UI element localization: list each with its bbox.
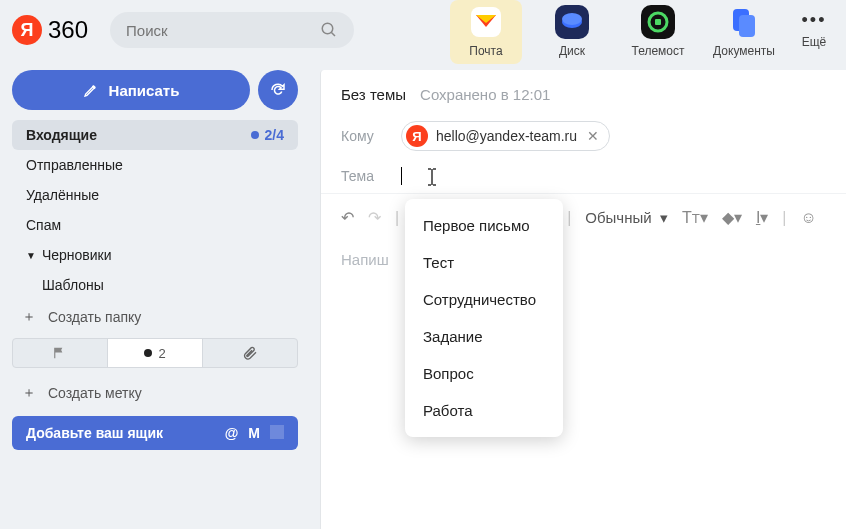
to-row[interactable]: Кому Я hello@yandex-team.ru ✕ <box>321 113 846 159</box>
gmail-icon: M <box>248 425 260 441</box>
pencil-icon <box>83 82 99 98</box>
svg-rect-10 <box>655 19 661 25</box>
format-toolbar: ↶ ↷ | | Обычный ▾ TT▾ ◆▾ I▾ | ☺ <box>321 193 846 233</box>
folder-label: Отправленные <box>26 157 123 173</box>
filter-unread[interactable]: 2 <box>108 339 203 367</box>
more-label: Ещё <box>802 35 827 49</box>
text-cursor-icon <box>425 167 439 187</box>
subject-header: Без темы Сохранено в 12:01 <box>321 70 846 113</box>
remove-recipient[interactable]: ✕ <box>587 128 599 144</box>
app-telemost[interactable]: Телемост <box>622 0 694 64</box>
create-folder-label: Создать папку <box>48 309 141 325</box>
add-mailbox-label: Добавьте ваш ящик <box>26 425 163 441</box>
avatar-icon: Я <box>406 125 428 147</box>
suggestion-item[interactable]: Тест <box>405 244 563 281</box>
text-color-button[interactable]: ◆▾ <box>722 208 742 227</box>
theme-label: Тема <box>341 168 387 184</box>
logo-icon: Я <box>12 15 42 45</box>
redo-button[interactable]: ↷ <box>368 208 381 227</box>
suggestion-item[interactable]: Вопрос <box>405 355 563 392</box>
documents-icon <box>726 4 762 40</box>
app-label: Диск <box>559 44 585 58</box>
create-label-text: Создать метку <box>48 385 142 401</box>
sidebar: Написать Входящие 2/4 Отправленные Удалё… <box>12 70 298 450</box>
mail-icon <box>468 4 504 40</box>
search-input[interactable] <box>126 22 320 39</box>
svg-rect-12 <box>739 15 755 37</box>
subject-suggestions: Первое письмо Тест Сотрудничество Задани… <box>405 199 563 437</box>
refresh-button[interactable] <box>258 70 298 110</box>
create-folder[interactable]: ＋ Создать папку <box>12 300 298 334</box>
chevron-down-icon: ▼ <box>26 250 36 261</box>
create-label[interactable]: ＋ Создать метку <box>12 376 298 410</box>
suggestion-item[interactable]: Работа <box>405 392 563 429</box>
plus-icon: ＋ <box>22 384 36 402</box>
compose-button[interactable]: Написать <box>12 70 250 110</box>
recipient-chip[interactable]: Я hello@yandex-team.ru ✕ <box>401 121 610 151</box>
svg-point-0 <box>322 23 333 34</box>
app-switcher: Почта Диск Телемост Документы ••• Ещё <box>450 0 834 64</box>
logo-text: 360 <box>48 16 88 44</box>
folder-label: Шаблоны <box>42 277 104 293</box>
folder-label: Удалённые <box>26 187 99 203</box>
folder-spam[interactable]: Спам <box>12 210 298 240</box>
undo-button[interactable]: ↶ <box>341 208 354 227</box>
folder-inbox[interactable]: Входящие 2/4 <box>12 120 298 150</box>
search-icon[interactable] <box>320 21 338 39</box>
subject-input[interactable] <box>416 168 616 185</box>
app-mail[interactable]: Почта <box>450 0 522 64</box>
saved-text: Сохранено в 12:01 <box>420 86 550 103</box>
suggestion-item[interactable]: Сотрудничество <box>405 281 563 318</box>
folder-label: Входящие <box>26 127 97 143</box>
filter-bar: 2 <box>12 338 298 368</box>
folder-drafts[interactable]: ▼ Черновики <box>12 240 298 270</box>
highlight-button[interactable]: I▾ <box>756 208 768 227</box>
at-icon: @ <box>225 425 239 441</box>
paperclip-icon <box>242 345 258 361</box>
emoji-button[interactable]: ☺ <box>801 209 817 227</box>
app-disk[interactable]: Диск <box>536 0 608 64</box>
theme-row[interactable]: Тема Первое письмо Тест Сотрудничество З… <box>321 159 846 193</box>
recipient-email: hello@yandex-team.ru <box>436 128 577 144</box>
add-mailbox[interactable]: Добавьте ваш ящик @ M <box>12 416 298 450</box>
compose-pane: Без темы Сохранено в 12:01 Кому Я hello@… <box>320 70 846 529</box>
filter-count: 2 <box>158 346 165 361</box>
svg-point-7 <box>562 13 582 25</box>
flag-icon <box>53 346 67 360</box>
app-label: Телемост <box>631 44 684 58</box>
dot-icon <box>144 349 152 357</box>
folder-label: Спам <box>26 217 61 233</box>
disk-icon <box>554 4 590 40</box>
svg-line-1 <box>331 32 335 36</box>
outlook-icon <box>270 425 284 439</box>
app-label: Документы <box>713 44 775 58</box>
logo[interactable]: Я 360 <box>12 15 88 45</box>
no-subject-text: Без темы <box>341 86 406 103</box>
compose-label: Написать <box>109 82 180 99</box>
folder-sent[interactable]: Отправленные <box>12 150 298 180</box>
body-placeholder[interactable]: Напиш <box>321 233 846 286</box>
folder-label: Черновики <box>42 247 112 263</box>
more-icon: ••• <box>802 10 827 31</box>
to-label: Кому <box>341 128 387 144</box>
telemost-icon <box>640 4 676 40</box>
app-documents[interactable]: Документы <box>708 0 780 64</box>
font-size-button[interactable]: TT▾ <box>682 208 708 227</box>
filter-attach[interactable] <box>203 339 297 367</box>
filter-flag[interactable] <box>13 339 108 367</box>
inbox-badge: 2/4 <box>251 127 284 143</box>
plus-icon: ＋ <box>22 308 36 326</box>
refresh-icon <box>269 81 287 99</box>
app-label: Почта <box>469 44 502 58</box>
folder-trash[interactable]: Удалённые <box>12 180 298 210</box>
app-more[interactable]: ••• Ещё <box>794 0 834 49</box>
text-caret <box>401 167 402 185</box>
search-box[interactable] <box>110 12 354 48</box>
suggestion-item[interactable]: Первое письмо <box>405 207 563 244</box>
style-select[interactable]: Обычный ▾ <box>585 209 668 227</box>
folder-templates[interactable]: Шаблоны <box>12 270 298 300</box>
suggestion-item[interactable]: Задание <box>405 318 563 355</box>
header: Я 360 Почта Диск Телемост <box>0 0 846 60</box>
